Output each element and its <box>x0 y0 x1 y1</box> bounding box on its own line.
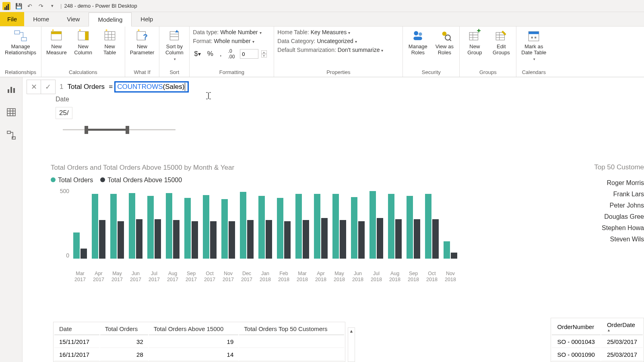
report-view-icon[interactable] <box>6 84 16 95</box>
slider-handle-end[interactable] <box>126 126 129 134</box>
model-view-icon[interactable] <box>6 130 16 141</box>
bar <box>369 191 376 259</box>
slicer-value[interactable]: 25/ <box>56 107 72 119</box>
format-dropdown[interactable]: Format: Whole number <box>193 38 270 44</box>
edit-groups-button[interactable]: Edit Groups <box>489 28 513 57</box>
formula-accept-button[interactable]: ✓ <box>41 80 56 94</box>
bar <box>155 219 161 259</box>
bar <box>425 194 431 259</box>
bar <box>92 194 98 259</box>
tab-file[interactable]: File <box>0 12 24 26</box>
x-axis-label: Nov2018 <box>444 271 457 283</box>
percent-button[interactable]: % <box>206 50 215 58</box>
table-row[interactable]: 15/11/20173219 <box>54 336 344 348</box>
table-header[interactable]: Date <box>54 323 99 335</box>
new-table-button[interactable]: New Table <box>98 28 122 57</box>
currency-button[interactable]: $▾ <box>193 50 202 58</box>
top-customers-title: Top 50 Custome <box>584 163 644 171</box>
data-view-icon[interactable] <box>6 107 16 118</box>
ribbon-group-relationships: Manage Relationships Relationships <box>0 27 41 77</box>
svg-rect-1 <box>21 37 27 41</box>
bar <box>147 196 154 259</box>
group-label-calculations: Calculations <box>45 68 122 76</box>
table-header[interactable]: Total Orders Above 15000 <box>149 323 239 335</box>
x-axis-label: Jan2018 <box>258 271 272 283</box>
bar <box>451 253 457 259</box>
bar <box>284 221 291 259</box>
undo-icon[interactable]: ↶ <box>24 0 35 12</box>
view-as-roles-button[interactable]: View as Roles <box>433 28 456 57</box>
new-column-button[interactable]: New Column <box>72 28 95 57</box>
date-range-slider[interactable] <box>63 128 175 131</box>
orders-table-visual[interactable]: DateTotal OrdersTotal Orders Above 15000… <box>53 322 345 362</box>
legend-label-2: Total Orders Above 15000 <box>107 177 182 183</box>
x-axis-label: Mar2017 <box>73 271 87 283</box>
chart-legend: Total Orders Total Orders Above 15000 <box>51 177 592 184</box>
customer-name: Stephen Howa <box>584 224 644 232</box>
tab-help[interactable]: Help <box>132 12 162 26</box>
save-icon[interactable]: 💾 <box>13 0 24 12</box>
bar-group <box>425 194 439 259</box>
svg-rect-24 <box>10 87 12 93</box>
default-summarization-dropdown[interactable]: Default Summarization: Don't summarize <box>277 47 383 53</box>
mark-date-table-button[interactable]: Mark as Date Table <box>520 28 548 63</box>
top-customers-visual[interactable]: Top 50 Custome Roger MorrisFrank LarsPet… <box>584 163 644 247</box>
parameter-icon: ? <box>135 29 149 43</box>
ribbon-group-properties: Home Table: Key Measures Data Category: … <box>274 27 403 77</box>
menu-bar: File Home View Modeling Help <box>0 12 644 27</box>
scroll-up-icon[interactable]: ▲ <box>349 329 354 333</box>
bar-group <box>407 196 420 259</box>
ribbon-group-calculations: New Measure New Column New Table Calcula… <box>41 27 125 77</box>
slider-handle-start[interactable] <box>85 126 88 134</box>
new-measure-button[interactable]: New Measure <box>45 28 68 57</box>
bar <box>351 197 357 259</box>
data-type-dropdown[interactable]: Data type: Whole Number <box>193 29 270 35</box>
formula-input[interactable]: 1 Total Orders = COUNTROWS( Sales ) <box>60 81 189 93</box>
table-header[interactable]: OrderDate▲ <box>601 319 643 335</box>
table-header[interactable]: Total Orders Top 50 Customers <box>239 323 344 335</box>
ribbon-group-security: Manage Roles View as Roles Security <box>403 27 460 77</box>
formula-highlight: COUNTROWS( Sales ) <box>114 81 189 93</box>
order-details-table-visual[interactable]: OrderNumberOrderDate▲ SO - 000104325/03/… <box>551 318 644 362</box>
decimals-input[interactable] <box>240 49 258 59</box>
formula-cancel-button[interactable]: ✕ <box>27 80 41 94</box>
table-header[interactable]: OrderNumber <box>552 319 601 335</box>
sort-by-column-button[interactable]: Sort by Column <box>163 28 186 63</box>
new-group-button[interactable]: New Group <box>463 28 486 57</box>
table-row[interactable]: SO - 000104325/03/2017 <box>552 336 643 348</box>
table-scrollbar[interactable]: ▲ <box>348 327 355 362</box>
redo-icon[interactable]: ↷ <box>35 0 47 12</box>
thousands-button[interactable]: , <box>219 50 223 58</box>
bar-group <box>147 196 161 259</box>
tab-view[interactable]: View <box>58 12 89 26</box>
decimals-spinner[interactable]: ▴▾ <box>261 50 267 58</box>
bar <box>295 194 302 259</box>
x-axis-label: Aug2018 <box>388 271 402 283</box>
table-header[interactable]: Total Orders <box>100 323 148 335</box>
group-label-whatif: What If <box>128 68 156 76</box>
decimal-icon[interactable]: .0.00 <box>227 48 236 60</box>
data-category-dropdown[interactable]: Data Category: Uncategorized <box>277 38 383 44</box>
bar <box>192 221 198 259</box>
svg-point-17 <box>442 31 447 36</box>
table-row[interactable]: SO - 000109025/03/2017 <box>552 349 643 361</box>
date-slicer[interactable]: Date 25/ <box>56 96 72 119</box>
bar-chart-visual[interactable]: Total Orders and Total Orders Above 1500… <box>51 164 592 268</box>
manage-roles-button[interactable]: Manage Roles <box>406 28 429 57</box>
bar <box>407 196 413 259</box>
tab-home[interactable]: Home <box>24 12 58 26</box>
bar-group <box>351 197 365 259</box>
bar <box>210 221 217 259</box>
chevron-down-icon <box>173 56 176 62</box>
manage-relationships-button[interactable]: Manage Relationships <box>3 28 38 57</box>
new-parameter-button[interactable]: ?New Parameter <box>128 28 156 57</box>
group-label-relationships: Relationships <box>3 68 38 76</box>
chart-bars <box>73 188 592 259</box>
group-label-calendars: Calendars <box>520 68 548 76</box>
ribbon-group-sort: Sort by Column Sort <box>159 27 190 77</box>
bar-group <box>444 241 457 259</box>
table-row[interactable]: 16/11/20172814 <box>54 349 344 361</box>
qat-dropdown-icon[interactable]: ▾ <box>47 0 58 12</box>
tab-modeling[interactable]: Modeling <box>89 12 132 27</box>
home-table-dropdown[interactable]: Home Table: Key Measures <box>277 29 383 35</box>
